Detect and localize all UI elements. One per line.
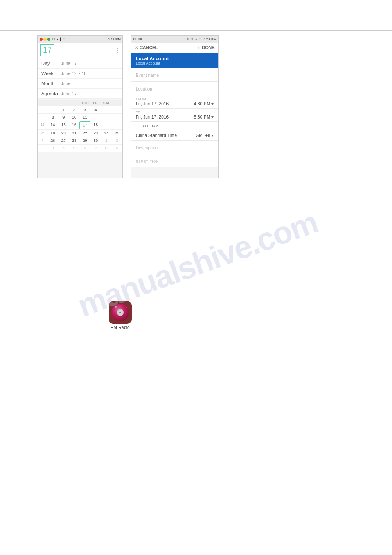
day-cell-9[interactable]: 9	[58, 114, 68, 121]
event-location-placeholder: Location	[136, 87, 152, 91]
event-account-section[interactable]: Local Account Local Account	[131, 53, 218, 68]
to-time: 5:30 PM	[194, 115, 214, 120]
calendar-week-2: 8 8 9 10 11	[38, 113, 122, 121]
timezone-arrow	[211, 135, 214, 137]
icon-battery: ▭	[63, 37, 66, 41]
day-cell-25[interactable]: 25	[112, 130, 122, 137]
day-cell-nxt-7[interactable]: 7	[90, 145, 101, 152]
done-label: DONE	[202, 45, 215, 50]
day-cell-26[interactable]: 26	[47, 137, 58, 144]
day-header-sun	[47, 100, 58, 106]
cancel-button[interactable]: ✕ CANCEL	[135, 45, 158, 50]
fm-radio-center	[117, 309, 124, 316]
status-icons-left: ⬡ ▲ ▌ ▭	[40, 37, 66, 41]
day-cell-23[interactable]: 23	[90, 130, 101, 137]
event-to-row[interactable]: TO Fri, Jun 17, 2016 5:30 PM	[131, 109, 218, 122]
done-check-icon: ✓	[197, 45, 201, 50]
view-item-day[interactable]: Day June 17	[38, 58, 122, 69]
from-time: 4:30 PM	[194, 102, 214, 106]
day-cell-nxt-6[interactable]: 6	[79, 145, 90, 152]
day-cell-next-2[interactable]: 2	[112, 137, 122, 144]
event-name-placeholder: Event name	[136, 73, 159, 78]
week-num-4: 26	[38, 130, 47, 137]
event-description-row[interactable]: Description	[131, 141, 218, 154]
fm-deco-2	[126, 307, 127, 308]
event-from-row[interactable]: FROM Fri, Jun 17, 2016 4:30 PM	[131, 95, 218, 109]
fm-radio-dot	[119, 312, 121, 313]
week-num-6	[38, 145, 47, 152]
allday-checkbox[interactable]	[136, 124, 140, 128]
to-label: TO	[136, 110, 214, 114]
fm-radio-icon[interactable]	[109, 301, 132, 324]
from-date: Fri, Jun 17, 2016	[136, 102, 169, 106]
day-cell-10[interactable]: 10	[69, 114, 79, 121]
status-time-right: 4:58 PM	[203, 37, 216, 41]
day-cell-next-1[interactable]: 1	[101, 137, 111, 144]
status-time-left: 6:48 PM	[108, 37, 121, 41]
day-cell-17-today[interactable]: 17	[79, 121, 90, 129]
cancel-label: CANCEL	[140, 45, 158, 50]
day-header-thu: THU	[79, 100, 90, 106]
day-cell-19[interactable]: 19	[47, 130, 58, 137]
icon-calendar-small: ▦	[139, 37, 142, 40]
day-cell-27[interactable]: 27	[58, 137, 68, 144]
day-cell-nxt-4[interactable]: 4	[58, 145, 68, 152]
day-cell-11[interactable]: 11	[79, 114, 90, 121]
menu-icon[interactable]: ⋮	[115, 47, 120, 54]
view-item-week[interactable]: Week June 12 ~ 18	[38, 69, 122, 79]
day-cell-24[interactable]: 24	[101, 130, 111, 137]
day-cell-14[interactable]: 14	[47, 121, 58, 129]
icon-green	[47, 38, 50, 41]
day-cell-3[interactable]: 3	[79, 106, 90, 113]
done-button[interactable]: ✓ DONE	[197, 45, 215, 50]
day-cell-21[interactable]: 21	[69, 130, 79, 137]
icon-wifi-right: ▲	[194, 38, 198, 41]
calendar-week-3: 19 14 15 16 17 18	[38, 121, 122, 129]
allday-label: ALL DAY	[142, 124, 158, 128]
day-cell-prev[interactable]	[47, 106, 58, 113]
day-cell-18[interactable]: 18	[90, 121, 101, 129]
view-day-date: June 17	[61, 61, 77, 66]
day-cell-2[interactable]: 2	[69, 106, 79, 113]
status-bar-left: ⬡ ▲ ▌ ▭ 6:48 PM	[38, 36, 122, 43]
top-border	[0, 30, 392, 31]
timezone-name: China Standard Time	[136, 133, 177, 138]
day-cell-nxt-5[interactable]: 5	[69, 145, 79, 152]
from-values: Fri, Jun 17, 2016 4:30 PM	[136, 102, 214, 106]
event-timezone-row[interactable]: China Standard Time GMT+8	[131, 131, 218, 141]
from-label: FROM	[136, 97, 214, 101]
event-location-field[interactable]: Location	[131, 82, 218, 95]
right-status-right: ✳ ◷ ▲ ▭ 4:58 PM	[187, 37, 216, 41]
to-values: Fri, Jun 17, 2016 5:30 PM	[136, 115, 214, 120]
day-cell-nxt-9[interactable]: 9	[112, 145, 122, 152]
fm-radio-app[interactable]: FM Radio	[109, 301, 132, 330]
day-cell-30[interactable]: 30	[90, 137, 101, 144]
icon-signal: ▌	[60, 38, 62, 41]
day-cell-20[interactable]: 20	[58, 130, 68, 137]
day-cell-12[interactable]	[90, 114, 101, 121]
day-cell-29[interactable]: 29	[79, 137, 90, 144]
day-cell-16[interactable]: 16	[69, 121, 79, 129]
icon-photo: □	[137, 37, 138, 40]
calendar-header-icons: ⋮	[115, 47, 120, 54]
event-repetition-row[interactable]: REPETITION	[131, 154, 218, 167]
cancel-x-icon: ✕	[135, 45, 138, 50]
day-cell-28[interactable]: 28	[69, 137, 79, 144]
week-num-1	[38, 106, 47, 113]
day-cell-15[interactable]: 15	[58, 121, 68, 129]
view-item-month[interactable]: Month June	[38, 79, 122, 89]
view-item-agenda[interactable]: Agenda June 17	[38, 89, 122, 99]
day-cell-22[interactable]: 22	[79, 130, 90, 137]
event-name-field[interactable]: Event name	[131, 68, 218, 82]
view-week-date: June 12 ~ 18	[61, 71, 86, 76]
day-cell-4[interactable]: 4	[90, 106, 101, 113]
event-allday-row[interactable]: ALL DAY	[131, 122, 218, 131]
view-day-label: Day	[41, 61, 61, 66]
day-cell-1[interactable]: 1	[58, 106, 68, 113]
day-cell-nxt-8[interactable]: 8	[101, 145, 111, 152]
week-num-2: 8	[38, 114, 47, 121]
day-cell-8[interactable]: 8	[47, 114, 58, 121]
calendar-week-5: 3 26 27 28 29 30 1 2	[38, 137, 122, 144]
day-cell-nxt-3[interactable]: 3	[47, 145, 58, 152]
day-cell-13[interactable]	[101, 114, 111, 121]
